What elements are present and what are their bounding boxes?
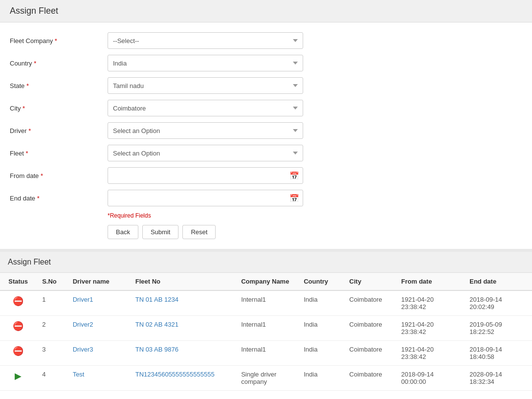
city-cell: Coimbatore — [343, 366, 395, 391]
fleet-no-cell[interactable]: TN 02 AB 4321 — [130, 316, 235, 341]
fleet-no-link[interactable]: TN 02 AB 4321 — [135, 321, 178, 328]
table-row: ⛔ 2 Driver2 TN 02 AB 4321 Internal1 Indi… — [0, 316, 532, 341]
back-button[interactable]: Back — [108, 225, 138, 239]
end-date-cell: 2018-09-14 18:40:58 — [464, 341, 532, 366]
country-select[interactable]: India — [108, 55, 303, 71]
company-name-cell: Internal1 — [235, 316, 298, 341]
sno-cell: 2 — [36, 316, 66, 341]
submit-button[interactable]: Submit — [142, 225, 178, 239]
fleet-company-label: Fleet Company * — [10, 37, 108, 44]
from-date-row: From date * 📅 — [10, 167, 522, 184]
page-container: Assign Fleet Fleet Company * --Select-- … — [0, 0, 532, 399]
city-cell: Coimbatore — [343, 290, 395, 316]
country-label: Country * — [10, 60, 108, 67]
page-header: Assign Fleet — [0, 0, 532, 22]
sno-cell: 1 — [36, 290, 66, 316]
active-icon: ▶ — [6, 371, 30, 381]
form-section: Fleet Company * --Select-- Country * Ind… — [0, 22, 532, 252]
col-header-driver-name: Driver name — [67, 273, 130, 290]
country-cell: India — [298, 290, 343, 316]
fleet-no-link[interactable]: TN12345605555555555555 — [135, 371, 215, 378]
driver-select[interactable]: Select an Option — [108, 122, 303, 139]
fleet-no-cell[interactable]: TN12345605555555555555 — [130, 366, 235, 391]
fleet-label: Fleet * — [10, 150, 108, 157]
driver-link[interactable]: Driver1 — [73, 296, 93, 303]
company-name-cell: Internal1 — [235, 290, 298, 316]
country-cell: India — [298, 341, 343, 366]
company-name-cell: Internal1 — [235, 341, 298, 366]
table-body: ⛔ 1 Driver1 TN 01 AB 1234 Internal1 Indi… — [0, 290, 532, 391]
status-cell: ⛔ — [0, 341, 36, 366]
status-cell: ▶ — [0, 366, 36, 391]
city-row: City * Coimbatore — [10, 100, 522, 116]
status-cell: ⛔ — [0, 316, 36, 341]
city-select[interactable]: Coimbatore — [108, 100, 303, 116]
fleet-no-cell[interactable]: TN 03 AB 9876 — [130, 341, 235, 366]
table-row: ⛔ 1 Driver1 TN 01 AB 1234 Internal1 Indi… — [0, 290, 532, 316]
col-header-city: City — [343, 273, 395, 290]
driver-name-cell[interactable]: Driver2 — [67, 316, 130, 341]
required-mark-state: * — [26, 82, 29, 89]
from-date-cell: 1921-04-20 23:38:42 — [396, 290, 464, 316]
col-header-end-date: End date — [464, 273, 532, 290]
end-date-cell: 2019-05-09 18:22:52 — [464, 316, 532, 341]
fleet-company-row: Fleet Company * --Select-- — [10, 32, 522, 49]
col-header-sno: S.No — [36, 273, 66, 290]
inactive-icon: ⛔ — [6, 321, 30, 332]
country-cell: India — [298, 316, 343, 341]
end-date-input[interactable] — [108, 190, 303, 206]
table-title: Assign Fleet — [0, 252, 532, 273]
required-mark-driver: * — [28, 127, 31, 134]
driver-link[interactable]: Driver3 — [73, 346, 93, 353]
company-name-cell: Single driver company — [235, 366, 298, 391]
fleet-no-cell[interactable]: TN 01 AB 1234 — [130, 290, 235, 316]
fleet-no-link[interactable]: TN 03 AB 9876 — [135, 346, 178, 353]
fleet-no-link[interactable]: TN 01 AB 1234 — [135, 296, 178, 303]
col-header-from-date: From date — [396, 273, 464, 290]
end-date-label: End date * — [10, 195, 108, 202]
reset-button[interactable]: Reset — [182, 225, 216, 239]
driver-name-cell[interactable]: Driver1 — [67, 290, 130, 316]
driver-link[interactable]: Test — [73, 371, 85, 378]
from-date-input[interactable] — [108, 167, 303, 184]
assign-fleet-table: Status S.No Driver name Fleet No Company… — [0, 273, 532, 391]
sno-cell: 4 — [36, 366, 66, 391]
from-date-cell: 1921-04-20 23:38:42 — [396, 341, 464, 366]
driver-label: Driver * — [10, 127, 108, 134]
driver-link[interactable]: Driver2 — [73, 321, 93, 328]
end-date-cell: 2028-09-14 18:32:34 — [464, 366, 532, 391]
driver-name-cell[interactable]: Test — [67, 366, 130, 391]
required-mark-from: * — [41, 172, 43, 179]
col-header-company-name: Company Name — [235, 273, 298, 290]
country-cell: India — [298, 366, 343, 391]
required-mark-country: * — [34, 60, 36, 67]
required-mark-end: * — [37, 195, 40, 202]
fleet-company-select[interactable]: --Select-- — [108, 32, 303, 49]
end-date-row: End date * 📅 — [10, 190, 522, 206]
from-date-cell: 1921-04-20 23:38:42 — [396, 316, 464, 341]
city-cell: Coimbatore — [343, 316, 395, 341]
state-select[interactable]: Tamil nadu — [108, 77, 303, 94]
city-label: City * — [10, 105, 108, 112]
col-header-country: Country — [298, 273, 343, 290]
required-note: *Required Fields — [108, 212, 522, 219]
city-cell: Coimbatore — [343, 341, 395, 366]
state-row: State * Tamil nadu — [10, 77, 522, 94]
form-buttons: Back Submit Reset — [108, 225, 522, 239]
table-header-row: Status S.No Driver name Fleet No Company… — [0, 273, 532, 290]
from-date-label: From date * — [10, 172, 108, 179]
col-header-fleet-no: Fleet No — [130, 273, 235, 290]
required-mark-fleet: * — [26, 150, 28, 157]
state-label: State * — [10, 82, 108, 89]
col-header-status: Status — [0, 273, 36, 290]
fleet-row: Fleet * Select an Option — [10, 145, 522, 161]
country-row: Country * India — [10, 55, 522, 71]
fleet-select[interactable]: Select an Option — [108, 145, 303, 161]
inactive-icon: ⛔ — [6, 346, 30, 356]
sno-cell: 3 — [36, 341, 66, 366]
table-section: Assign Fleet Status S.No Driver name Fle… — [0, 252, 532, 391]
required-mark: * — [55, 37, 57, 44]
driver-name-cell[interactable]: Driver3 — [67, 341, 130, 366]
table-row: ▶ 4 Test TN12345605555555555555 Single d… — [0, 366, 532, 391]
end-date-cell: 2018-09-14 20:02:49 — [464, 290, 532, 316]
